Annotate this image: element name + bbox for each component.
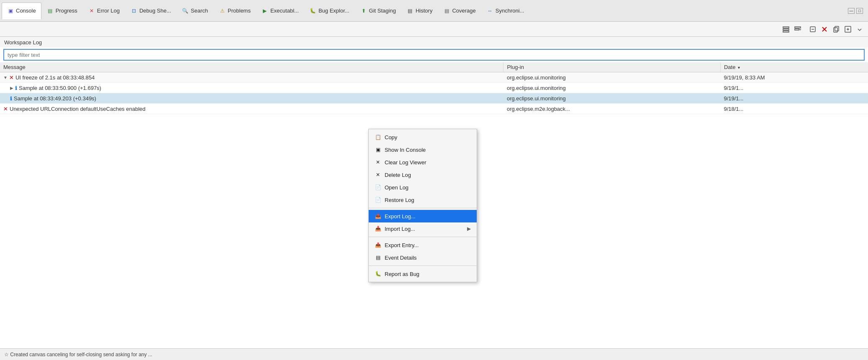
ctx-item-report-bug[interactable]: 🐛Report as Bug bbox=[369, 268, 477, 280]
ctx-label-event-details: Event Details bbox=[385, 255, 471, 261]
ctx-item-export-entry[interactable]: 📤Export Entry... bbox=[369, 239, 477, 251]
ctx-item-open-log[interactable]: 📄Open Log bbox=[369, 181, 477, 194]
ctx-label-report-bug: Report as Bug bbox=[385, 271, 471, 277]
tab-history[interactable]: ▤History bbox=[401, 3, 438, 19]
ctx-label-export-log: Export Log... bbox=[385, 213, 471, 220]
ctx-item-restore-log[interactable]: 📄Restore Log bbox=[369, 194, 477, 206]
svg-rect-8 bbox=[835, 26, 839, 31]
git-staging-tab-icon: ⬆ bbox=[360, 8, 367, 14]
ctx-icon-event-details: ▤ bbox=[375, 254, 381, 261]
ctx-icon-import-log: 📥 bbox=[375, 225, 381, 232]
column-header-message[interactable]: Message bbox=[0, 62, 503, 72]
bug-explorer-tab-label: Bug Explor... bbox=[318, 8, 349, 14]
maximize-button[interactable]: □ bbox=[856, 8, 863, 14]
debug-shell-tab-icon: ⊡ bbox=[131, 8, 137, 14]
tab-debug-shell[interactable]: ⊡Debug She... bbox=[125, 3, 177, 19]
problems-tab-label: Problems bbox=[228, 8, 251, 14]
toolbar-options-button[interactable] bbox=[793, 24, 803, 34]
problems-tab-icon: ⚠ bbox=[219, 8, 226, 14]
tab-coverage[interactable]: ▤Coverage bbox=[438, 3, 481, 19]
toolbar-clear-button[interactable] bbox=[808, 24, 818, 34]
svg-rect-0 bbox=[783, 27, 789, 28]
plugin-text: org.eclipse.ui.monitoring bbox=[503, 72, 721, 83]
info-icon: ℹ bbox=[10, 96, 12, 102]
tab-search[interactable]: 🔍Search bbox=[177, 3, 213, 19]
ctx-icon-export-entry: 📤 bbox=[375, 242, 381, 248]
workspace-log-label: Workspace Log bbox=[0, 37, 868, 47]
tab-progress[interactable]: ▤Progress bbox=[41, 3, 83, 19]
context-menu-separator bbox=[369, 266, 477, 266]
expand-icon[interactable]: ▶ bbox=[10, 86, 13, 90]
expand-icon[interactable]: ▼ bbox=[3, 75, 8, 80]
console-tab-icon: ▣ bbox=[7, 8, 14, 14]
context-menu: 📋Copy▣Show In Console✕Clear Log Viewer✕D… bbox=[368, 129, 477, 282]
toolbar-view-menu-button[interactable] bbox=[781, 24, 791, 34]
tab-problems[interactable]: ⚠Problems bbox=[213, 3, 256, 19]
console-tab-label: Console bbox=[16, 8, 36, 14]
table-row[interactable]: ▶ℹ Sample at 08:33:50.900 (+1.697s)org.e… bbox=[0, 83, 868, 93]
ctx-item-show-in-console[interactable]: ▣Show In Console bbox=[369, 143, 477, 156]
table-row[interactable]: ▼✕ UI freeze of 2.1s at 08:33:48.854org.… bbox=[0, 72, 868, 83]
minimize-button[interactable]: — bbox=[848, 8, 855, 14]
log-table-body: ▼✕ UI freeze of 2.1s at 08:33:48.854org.… bbox=[0, 72, 868, 114]
executable-tab-label: Executabl... bbox=[270, 8, 299, 14]
ctx-icon-show-in-console: ▣ bbox=[375, 146, 381, 153]
message-text: UI freeze of 2.1s at 08:33:48.854 bbox=[15, 74, 95, 81]
filter-input[interactable] bbox=[3, 49, 865, 61]
context-menu-separator bbox=[369, 237, 477, 237]
plugin-text: org.eclipse.ui.monitoring bbox=[503, 93, 721, 104]
status-bar: ☆ Created canvas canceling for self-clos… bbox=[0, 348, 868, 360]
error-icon: ✕ bbox=[3, 106, 8, 112]
plugin-text: org.eclipse.ui.monitoring bbox=[503, 83, 721, 93]
debug-shell-tab-label: Debug She... bbox=[139, 8, 171, 14]
ctx-item-delete-log[interactable]: ✕Delete Log bbox=[369, 169, 477, 181]
ctx-item-clear-log[interactable]: ✕Clear Log Viewer bbox=[369, 156, 477, 169]
ctx-label-restore-log: Restore Log bbox=[385, 197, 471, 203]
ctx-icon-copy: 📋 bbox=[375, 134, 381, 140]
tab-error-log[interactable]: ✕Error Log bbox=[83, 3, 125, 19]
error-log-tab-icon: ✕ bbox=[88, 8, 95, 14]
ctx-icon-delete-log: ✕ bbox=[375, 171, 381, 178]
history-tab-icon: ▤ bbox=[407, 8, 413, 14]
plugin-text: org.eclipse.m2e.logback... bbox=[503, 104, 721, 114]
svg-rect-4 bbox=[795, 29, 799, 30]
ctx-item-export-log[interactable]: 📤Export Log... bbox=[369, 210, 477, 222]
submenu-arrow-icon: ▶ bbox=[467, 226, 471, 232]
error-icon: ✕ bbox=[9, 74, 14, 81]
main-content: Workspace Log Message Plug-in Date ▾ bbox=[0, 37, 868, 348]
svg-rect-3 bbox=[795, 27, 801, 28]
tab-synchroni[interactable]: ↔Synchroni... bbox=[481, 3, 530, 19]
toolbar-delete-button[interactable] bbox=[819, 24, 829, 34]
table-header-row: Message Plug-in Date ▾ bbox=[0, 62, 868, 72]
ctx-item-event-details[interactable]: ▤Event Details bbox=[369, 251, 477, 264]
table-row[interactable]: ℹ Sample at 08:33:49.203 (+0.349s)org.ec… bbox=[0, 93, 868, 104]
tab-executable[interactable]: ▶Executabl... bbox=[256, 3, 304, 19]
tab-bug-explorer[interactable]: 🐛Bug Explor... bbox=[304, 3, 355, 19]
search-tab-label: Search bbox=[191, 8, 208, 14]
git-staging-tab-label: Git Staging bbox=[369, 8, 396, 14]
date-text: 9/19/1... bbox=[720, 93, 868, 104]
progress-tab-icon: ▤ bbox=[47, 8, 54, 14]
ctx-icon-export-log: 📤 bbox=[375, 213, 381, 220]
search-tab-icon: 🔍 bbox=[182, 8, 189, 14]
tab-git-staging[interactable]: ⬆Git Staging bbox=[355, 3, 401, 19]
history-tab-label: History bbox=[416, 8, 432, 14]
table-row[interactable]: ✕ Unexpected URLConnection defaultUseCac… bbox=[0, 104, 868, 114]
toolbar-copy-button[interactable] bbox=[831, 24, 841, 34]
ctx-item-import-log[interactable]: 📥Import Log...▶ bbox=[369, 222, 477, 235]
date-text: 9/18/1... bbox=[720, 104, 868, 114]
ctx-label-copy: Copy bbox=[385, 134, 471, 140]
tab-console[interactable]: ▣Console bbox=[2, 3, 41, 19]
ctx-item-copy[interactable]: 📋Copy bbox=[369, 131, 477, 143]
column-header-plugin[interactable]: Plug-in bbox=[503, 62, 721, 72]
error-log-tab-label: Error Log bbox=[97, 8, 120, 14]
executable-tab-icon: ▶ bbox=[262, 8, 268, 14]
column-header-date[interactable]: Date ▾ bbox=[720, 62, 868, 72]
svg-rect-2 bbox=[783, 31, 789, 32]
ctx-label-show-in-console: Show In Console bbox=[385, 147, 471, 153]
svg-rect-9 bbox=[834, 28, 837, 32]
toolbar-more-button[interactable] bbox=[855, 24, 865, 34]
message-text: Sample at 08:33:49.203 (+0.349s) bbox=[14, 95, 96, 102]
toolbar-expand-button[interactable] bbox=[843, 24, 853, 34]
ctx-icon-report-bug: 🐛 bbox=[375, 271, 381, 277]
